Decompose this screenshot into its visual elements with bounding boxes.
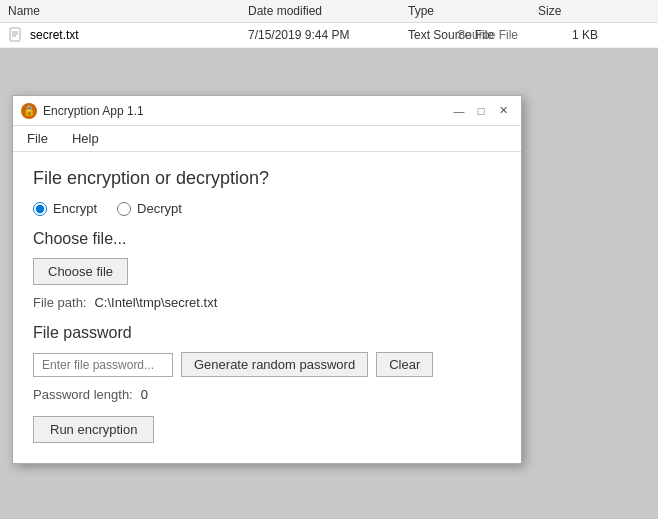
password-input[interactable] [33,353,173,377]
col-header-date: Date modified [248,4,408,18]
choose-section-title: Choose file... [33,230,501,248]
encrypt-label: Encrypt [53,201,97,216]
file-size: 1 KB [538,28,598,42]
app-content: File encryption or decryption? Encrypt D… [13,152,521,463]
explorer-header: Name Date modified Type Size [0,0,658,23]
minimize-button[interactable]: — [449,101,469,121]
password-length-value: 0 [141,387,148,402]
file-path-label: File path: [33,295,86,310]
password-section-title: File password [33,324,501,342]
menu-bar: File Help [13,126,521,152]
col-header-size: Size [538,4,598,18]
password-length-row: Password length: 0 [33,387,501,402]
radio-group: Encrypt Decrypt [33,201,501,216]
close-button[interactable]: ✕ [493,101,513,121]
encrypt-radio[interactable] [33,202,47,216]
choose-file-button[interactable]: Choose file [33,258,128,285]
menu-help[interactable]: Help [66,128,105,149]
main-title: File encryption or decryption? [33,168,501,189]
app-window: 🔒 Encryption App 1.1 — □ ✕ File Help Fil… [12,95,522,464]
encrypt-option[interactable]: Encrypt [33,201,97,216]
app-title: Encryption App 1.1 [43,104,144,118]
maximize-button[interactable]: □ [471,101,491,121]
generate-password-button[interactable]: Generate random password [181,352,368,377]
table-row[interactable]: secret.txt 7/15/2019 9:44 PM Text Source… [0,23,658,48]
file-icon [8,27,24,43]
password-row: Generate random password Clear [33,352,501,377]
file-path-row: File path: C:\Intel\tmp\secret.txt [33,295,501,310]
run-encryption-button[interactable]: Run encryption [33,416,154,443]
title-bar: 🔒 Encryption App 1.1 — □ ✕ [13,96,521,126]
source-file-label: Source File [457,28,518,42]
col-header-type: Type [408,4,538,18]
decrypt-option[interactable]: Decrypt [117,201,182,216]
title-bar-controls: — □ ✕ [449,101,513,121]
clear-password-button[interactable]: Clear [376,352,433,377]
decrypt-label: Decrypt [137,201,182,216]
file-name: secret.txt [30,28,79,42]
file-name-cell: secret.txt [8,27,248,43]
password-length-label: Password length: [33,387,133,402]
menu-file[interactable]: File [21,128,54,149]
file-explorer: Name Date modified Type Size secret.txt … [0,0,658,48]
file-date: 7/15/2019 9:44 PM [248,28,408,42]
file-path-value: C:\Intel\tmp\secret.txt [94,295,217,310]
col-header-name: Name [8,4,248,18]
title-bar-left: 🔒 Encryption App 1.1 [21,103,144,119]
app-icon: 🔒 [21,103,37,119]
decrypt-radio[interactable] [117,202,131,216]
